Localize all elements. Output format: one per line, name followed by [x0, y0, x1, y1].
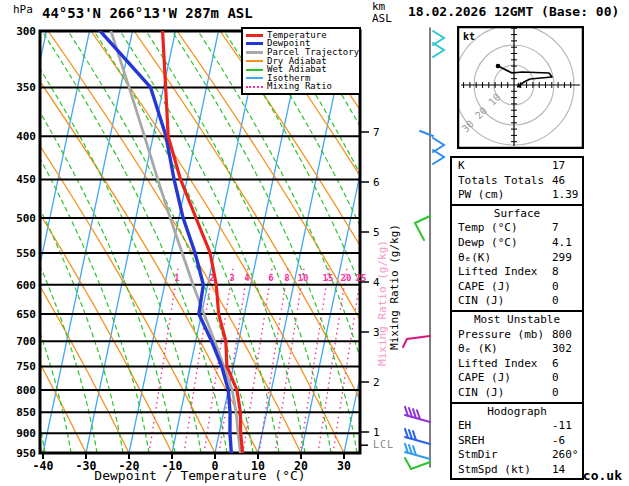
- mixing-ratio-value-label: 20: [341, 273, 352, 283]
- page-title: 44°53'N 266°13'W 287m ASL: [42, 5, 253, 21]
- table-row-label: PW (cm): [458, 188, 552, 203]
- pressure-tick-labels: 3003504004505005506006507007508008509009…: [16, 25, 36, 460]
- hodo-ring-label: 20: [473, 105, 489, 121]
- table-row: StmDir260°: [452, 448, 582, 463]
- table-row-value: 0: [552, 386, 559, 401]
- table-row-value: 260°: [552, 448, 579, 463]
- legend-swatch-dotted: [246, 86, 263, 88]
- table-row-label: EH: [458, 419, 552, 434]
- wind-barb: [405, 444, 430, 459]
- altitude-unit-label: km ASL: [372, 1, 392, 25]
- table-section-title: Hodograph: [452, 405, 582, 420]
- hodograph: 102030kt: [457, 26, 584, 149]
- table-row-label: Lifted Index: [458, 265, 552, 280]
- wind-barb-column: [403, 28, 444, 469]
- table-section: Most UnstablePressure (mb)800θₑ (K)302Li…: [452, 310, 582, 402]
- pressure-tick-label: 900: [16, 427, 36, 440]
- table-row-label: CAPE (J): [458, 280, 552, 295]
- hodo-unit-label: kt: [463, 31, 475, 42]
- table-row-label: Temp (°C): [458, 221, 552, 236]
- skewt-page: 3003504004505005506006507007508008509009…: [0, 0, 629, 486]
- table-row-label: CAPE (J): [458, 371, 552, 386]
- pressure-tick-label: 750: [16, 360, 36, 373]
- table-row: EH-11: [452, 419, 582, 434]
- table-row-label: StmSpd (kt): [458, 463, 552, 478]
- barb-tick: [420, 131, 433, 136]
- legend-item: Mixing Ratio: [246, 83, 359, 92]
- wind-barb: [405, 407, 430, 422]
- pressure-unit-label: hPa: [13, 3, 33, 16]
- barb-flagline: [403, 336, 430, 347]
- altitude-unit-asl: ASL: [372, 13, 392, 25]
- table-row: Lifted Index8: [452, 265, 582, 280]
- table-row: StmSpd (kt)14: [452, 463, 582, 478]
- legend-swatch-solid: [246, 77, 263, 79]
- legend-swatch-solid: [246, 51, 263, 54]
- wind-barb: [403, 336, 430, 347]
- table-row-value: -11: [552, 419, 572, 434]
- pressure-tick-label: 700: [16, 335, 36, 348]
- mixing-ratio-line: [318, 268, 347, 453]
- indices-table: K17Totals Totals46PW (cm)1.39SurfaceTemp…: [450, 156, 584, 480]
- legend-swatch-solid: [246, 60, 263, 62]
- legend-swatch-solid: [246, 34, 263, 37]
- datetime-label: 18.02.2026 12GMT (Base: 00): [408, 4, 619, 19]
- table-row-value: 302: [552, 342, 572, 357]
- table-row-value: 800: [552, 328, 572, 343]
- pressure-tick-label: 400: [16, 130, 36, 143]
- table-row-value: 0: [552, 280, 559, 295]
- wind-barb: [405, 429, 430, 444]
- mixing-ratio-value-label: 4: [244, 273, 250, 283]
- pressure-tick-label: 550: [16, 247, 36, 260]
- mixing-ratio-axis-label: Mixing Ratio (g/kg): [388, 207, 400, 367]
- table-section: SurfaceTemp (°C)7Dewp (°C)4.1θₑ(K)299Lif…: [452, 204, 582, 310]
- table-row: CAPE (J)0: [452, 371, 582, 386]
- table-row: θₑ (K)302: [452, 342, 582, 357]
- mixing-ratio-value-label: 8: [284, 273, 289, 283]
- table-row: CAPE (J)0: [452, 280, 582, 295]
- pressure-tick-label: 800: [16, 384, 36, 397]
- legend-swatch-solid: [246, 42, 263, 45]
- table-row-label: CIN (J): [458, 386, 552, 401]
- table-row: θₑ(K)299: [452, 251, 582, 266]
- pressure-tick-label: 600: [16, 279, 36, 292]
- table-row: Totals Totals46: [452, 174, 582, 189]
- table-row: Temp (°C)7: [452, 221, 582, 236]
- table-row: PW (cm)1.39: [452, 188, 582, 203]
- table-section-title: Surface: [452, 207, 582, 222]
- table-row-value: 0: [552, 294, 559, 309]
- hodo-ring-label: 30: [460, 118, 476, 134]
- mixing-ratio-line: [333, 268, 362, 453]
- table-row: SREH-6: [452, 434, 582, 449]
- table-row-label: Totals Totals: [458, 174, 552, 189]
- table-row-value: 7: [552, 221, 559, 236]
- pressure-tick-label: 850: [16, 406, 36, 419]
- table-row-value: 8: [552, 265, 559, 280]
- table-row-label: SREH: [458, 434, 552, 449]
- table-row: K17: [452, 159, 582, 174]
- mixing-ratio-value-label: 15: [323, 273, 334, 283]
- table-row-value: 17: [552, 159, 565, 174]
- barb-chevron: [433, 150, 444, 164]
- mixing-ratio-value-label: 10: [298, 273, 309, 283]
- pressure-tick-label: 650: [16, 308, 36, 321]
- mixing-ratio-value-label: 3: [229, 273, 234, 283]
- table-section: K17Totals Totals46PW (cm)1.39: [452, 158, 582, 204]
- table-section-title: Most Unstable: [452, 313, 582, 328]
- legend-item-label: Mixing Ratio: [267, 82, 332, 91]
- pressure-tick-label: 350: [16, 81, 36, 94]
- mixing-ratio-value-label: 25: [356, 273, 367, 283]
- table-row: Dewp (°C)4.1: [452, 236, 582, 251]
- lcl-marker-label: LCL: [373, 439, 394, 450]
- table-row-value: 0: [552, 371, 559, 386]
- table-row-value: 1.39: [552, 188, 579, 203]
- hodo-trace-start-dot: [496, 64, 501, 69]
- wind-barb: [433, 31, 444, 57]
- table-row-label: StmDir: [458, 448, 552, 463]
- table-section: HodographEH-11SREH-6StmDir260°StmSpd (kt…: [452, 402, 582, 479]
- pressure-tick-label: 300: [16, 25, 36, 38]
- table-row-label: θₑ(K): [458, 251, 552, 266]
- wind-barb: [420, 131, 444, 164]
- pressure-tick-label: 500: [16, 212, 36, 225]
- table-row-label: Dewp (°C): [458, 236, 552, 251]
